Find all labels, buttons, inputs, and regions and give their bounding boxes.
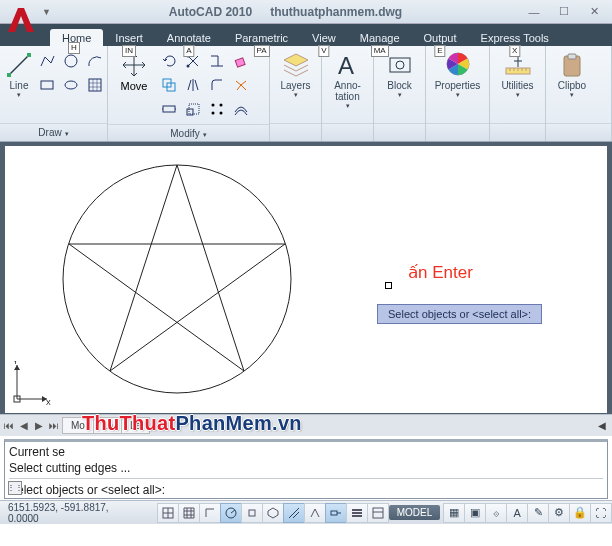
sb-annovis-icon[interactable]: A [506, 503, 528, 523]
rectangle-icon[interactable] [36, 74, 58, 96]
svg-point-16 [212, 104, 215, 107]
tab-home[interactable]: HomeH [50, 29, 103, 46]
svg-rect-34 [331, 511, 337, 515]
polyline-icon[interactable] [36, 50, 58, 72]
layers-button[interactable]: Layers [276, 50, 315, 99]
svg-point-6 [65, 81, 77, 89]
svg-text:A: A [338, 52, 354, 79]
svg-point-22 [396, 61, 404, 69]
panel-clipboard: Clipbo [546, 46, 612, 141]
sb-osnap-icon[interactable] [241, 503, 263, 523]
svg-line-1 [9, 55, 29, 75]
window-title: AutoCAD 2010thuthuatphanmem.dwg [57, 5, 514, 19]
panel-draw: Line Draw [0, 46, 108, 141]
sb-cleanscreen-icon[interactable]: ⛶ [590, 503, 612, 523]
sb-dyn-icon[interactable] [325, 503, 347, 523]
ucs-icon: YX [11, 361, 51, 407]
panel-properties: Properties [426, 46, 490, 141]
coordinates: 6151.5923, -591.8817, 0.0000 [0, 502, 150, 524]
command-line[interactable]: Current se Select cutting edges ... Sele… [4, 439, 608, 499]
svg-rect-26 [568, 54, 576, 59]
tabnav-prev-icon[interactable]: ◀ [17, 420, 31, 431]
offset-icon[interactable] [230, 98, 252, 120]
drawing-canvas[interactable]: YX ấn Enter Select objects or <select al… [0, 142, 612, 414]
rotate-icon[interactable] [158, 50, 180, 72]
sb-annoscale-icon[interactable]: ⟐ [485, 503, 507, 523]
cmd-history-1: Current se [9, 444, 603, 460]
sb-autoadd-icon[interactable]: ✎ [527, 503, 549, 523]
sb-lwt-icon[interactable] [346, 503, 368, 523]
stretch-icon[interactable] [158, 98, 180, 120]
svg-rect-7 [89, 79, 101, 91]
sb-3dosnap-icon[interactable] [262, 503, 284, 523]
explode-icon[interactable] [230, 74, 252, 96]
svg-point-19 [220, 112, 223, 115]
copy-icon[interactable] [158, 74, 180, 96]
utilities-button[interactable]: Utilities [496, 50, 539, 99]
sb-workspace-icon[interactable]: ⚙ [548, 503, 570, 523]
cmd-prompt[interactable]: Select objects or <select all>: [9, 482, 603, 498]
panel-layers: Layers [270, 46, 322, 141]
draw-tools [36, 50, 106, 96]
sb-quickview-icon[interactable]: ▣ [464, 503, 486, 523]
cmd-handle-icon[interactable]: ⋮⋮ [8, 481, 22, 495]
svg-rect-5 [41, 81, 53, 89]
svg-rect-13 [163, 106, 175, 112]
tabnav-last-icon[interactable]: ⏭ [47, 420, 61, 431]
sb-ortho-icon[interactable] [199, 503, 221, 523]
sb-polar-icon[interactable] [220, 503, 242, 523]
block-button[interactable]: Block [380, 50, 419, 99]
svg-point-17 [220, 104, 223, 107]
line-button[interactable]: Line [6, 50, 32, 99]
array-icon[interactable] [206, 98, 228, 120]
minimize-button[interactable]: — [520, 3, 548, 21]
properties-button[interactable]: Properties [432, 50, 483, 99]
ellipse-icon[interactable] [60, 74, 82, 96]
close-button[interactable]: ✕ [580, 3, 608, 21]
svg-point-4 [65, 55, 77, 67]
panel-draw-label[interactable]: Draw [0, 123, 107, 141]
erase-icon[interactable] [230, 50, 252, 72]
hatch-icon[interactable] [84, 74, 106, 96]
ribbon-tabs: HomeH InsertIN AnnotateA ParametricPA Vi… [0, 24, 612, 46]
tabnav-next-icon[interactable]: ▶ [32, 420, 46, 431]
sb-snap-icon[interactable] [157, 503, 179, 523]
fillet-icon[interactable] [206, 74, 228, 96]
mirror-icon[interactable] [182, 74, 204, 96]
sb-qp-icon[interactable] [367, 503, 389, 523]
tab-manage[interactable]: ManageMA [348, 29, 412, 46]
panel-block: Block [374, 46, 426, 141]
panel-modify: Move Modify [108, 46, 270, 141]
status-bar: 6151.5923, -591.8817, 0.0000 MODEL ▦ ▣ ⟐… [0, 500, 612, 524]
svg-text:Y: Y [13, 361, 18, 365]
sb-lock-icon[interactable]: 🔒 [569, 503, 591, 523]
svg-rect-21 [390, 58, 410, 72]
ribbon: Line Draw Move [0, 46, 612, 142]
sb-ducs-icon[interactable] [304, 503, 326, 523]
sb-layout-icon[interactable]: ▦ [443, 503, 465, 523]
model-chip[interactable]: MODEL [389, 505, 441, 520]
tab-parametric[interactable]: ParametricPA [223, 29, 300, 46]
svg-rect-10 [235, 58, 245, 67]
cmd-history-2: Select cutting edges ... [9, 460, 603, 476]
svg-point-18 [212, 112, 215, 115]
tabnav-first-icon[interactable]: ⏮ [2, 420, 16, 431]
tab-annotate[interactable]: AnnotateA [155, 29, 223, 46]
hscroll-left-icon[interactable]: ◀ [598, 420, 612, 431]
annotation-button[interactable]: A Anno- tation [328, 50, 367, 110]
clipboard-button[interactable]: Clipbo [552, 50, 592, 99]
tab-insert[interactable]: InsertIN [103, 29, 155, 46]
tab-express[interactable]: Express ToolsX [469, 29, 561, 46]
maximize-button[interactable]: ☐ [550, 3, 578, 21]
watermark: ThuThuatPhanMem.vn [82, 413, 302, 433]
panel-utilities: Utilities [490, 46, 546, 141]
scale-icon[interactable] [182, 98, 204, 120]
arc-icon[interactable] [84, 50, 106, 72]
tab-output[interactable]: OutputE [412, 29, 469, 46]
extend-icon[interactable] [206, 50, 228, 72]
sb-otrack-icon[interactable] [283, 503, 305, 523]
tab-view[interactable]: ViewV [300, 29, 348, 46]
sb-grid-icon[interactable] [178, 503, 200, 523]
panel-modify-label[interactable]: Modify [108, 124, 269, 141]
app-logo[interactable] [4, 4, 36, 36]
